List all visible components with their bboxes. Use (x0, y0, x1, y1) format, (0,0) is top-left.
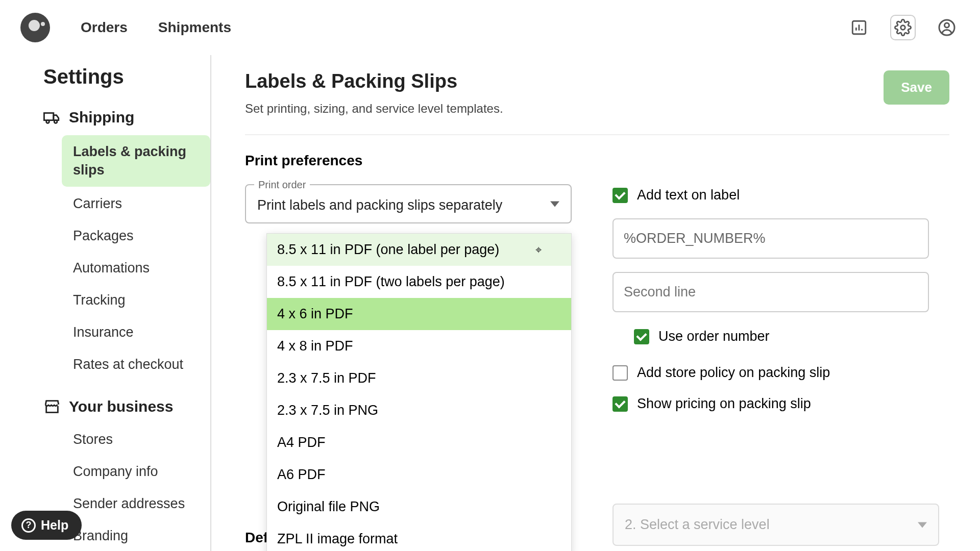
sidebar-title: Settings (43, 65, 210, 88)
svg-point-6 (54, 120, 57, 123)
sidebar-item-insurance[interactable]: Insurance (62, 317, 210, 347)
sidebar-item-branding[interactable]: Branding (62, 521, 210, 551)
sidebar-item-labels[interactable]: Labels & packing slips (62, 135, 210, 187)
svg-point-5 (46, 120, 50, 123)
page-subtitle: Set printing, sizing, and service level … (245, 102, 503, 116)
divider (245, 134, 949, 135)
settings-sidebar: Settings Shipping Labels & packing slips… (0, 55, 210, 551)
svg-point-3 (945, 23, 949, 28)
add-text-on-label-label: Add text on label (637, 187, 740, 203)
show-pricing-checkbox[interactable] (612, 396, 628, 412)
analytics-icon[interactable] (846, 15, 872, 40)
save-button[interactable]: Save (884, 70, 949, 105)
sidebar-item-carriers[interactable]: Carriers (62, 189, 210, 219)
sidebar-group-shipping[interactable]: Shipping (43, 109, 210, 126)
chevron-down-icon (918, 522, 927, 528)
sidebar-item-sender[interactable]: Sender addresses (62, 489, 210, 519)
format-option-7[interactable]: A6 PDF (267, 459, 571, 491)
top-header: Orders Shipments (0, 0, 980, 55)
format-option-5[interactable]: 2.3 x 7.5 in PNG (267, 394, 571, 427)
nav-shipments[interactable]: Shipments (158, 19, 231, 36)
cursor-icon: ⌖ (535, 243, 542, 257)
svg-point-1 (901, 26, 905, 30)
print-order-label: Print order (254, 179, 310, 191)
brand-logo[interactable] (20, 13, 50, 42)
sidebar-group-business-label: Your business (69, 398, 174, 415)
help-label: Help (41, 518, 68, 533)
format-option-4[interactable]: 2.3 x 7.5 in PDF (267, 362, 571, 394)
svg-rect-4 (44, 113, 53, 120)
gear-icon[interactable] (890, 15, 916, 40)
format-option-3[interactable]: 4 x 8 in PDF (267, 330, 571, 362)
sidebar-item-rates[interactable]: Rates at checkout (62, 349, 210, 380)
truck-icon (43, 109, 61, 126)
nav-orders[interactable]: Orders (81, 19, 128, 36)
sidebar-group-business[interactable]: Your business (43, 398, 210, 415)
format-option-8[interactable]: Original file PNG (267, 491, 571, 523)
main-panel: Labels & Packing Slips Set printing, siz… (211, 55, 980, 551)
sidebar-item-packages[interactable]: Packages (62, 221, 210, 251)
sidebar-item-stores[interactable]: Stores (62, 424, 210, 455)
format-option-1[interactable]: 8.5 x 11 in PDF (two labels per page) (267, 266, 571, 298)
header-icons (846, 15, 960, 40)
format-option-2[interactable]: 4 x 6 in PDF (267, 298, 571, 330)
store-policy-label: Add store policy on packing slip (637, 365, 830, 381)
label-text-line2-input[interactable] (612, 272, 929, 312)
format-option-0[interactable]: 8.5 x 11 in PDF (one label per page) ⌖ (267, 234, 571, 266)
section-print-preferences: Print preferences (245, 153, 949, 169)
print-order-value: Print labels and packing slips separatel… (257, 197, 502, 213)
chevron-down-icon (550, 201, 559, 207)
format-option-0-label: 8.5 x 11 in PDF (one label per page) (277, 242, 499, 257)
show-pricing-label: Show pricing on packing slip (637, 396, 811, 412)
help-icon: ? (21, 518, 36, 533)
store-policy-checkbox[interactable] (612, 365, 628, 381)
page-title: Labels & Packing Slips (245, 70, 503, 92)
account-icon[interactable] (934, 15, 960, 40)
use-order-number-label: Use order number (658, 329, 770, 344)
sidebar-item-automations[interactable]: Automations (62, 253, 210, 283)
format-option-6[interactable]: A4 PDF (267, 427, 571, 459)
store-icon (43, 398, 61, 415)
use-order-number-checkbox[interactable] (634, 329, 649, 344)
sidebar-group-shipping-label: Shipping (69, 109, 134, 126)
sidebar-item-company[interactable]: Company info (62, 457, 210, 487)
service-level-select[interactable]: 2. Select a service level (612, 504, 939, 546)
format-option-9[interactable]: ZPL II image format (267, 523, 571, 551)
add-text-on-label-checkbox[interactable] (612, 188, 628, 203)
print-order-select[interactable]: Print order Print labels and packing sli… (245, 184, 572, 223)
label-format-dropdown: 8.5 x 11 in PDF (one label per page) ⌖ 8… (266, 233, 572, 551)
help-button[interactable]: ? Help (11, 511, 82, 540)
sidebar-item-tracking[interactable]: Tracking (62, 285, 210, 315)
label-text-line1-input[interactable] (612, 218, 929, 259)
service-level-value: 2. Select a service level (625, 517, 770, 532)
